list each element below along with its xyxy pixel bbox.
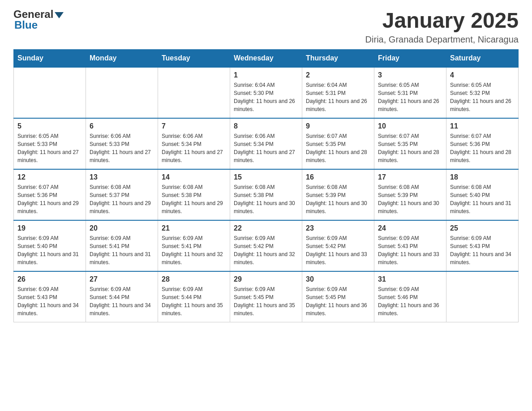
calendar-cell: 28Sunrise: 6:09 AMSunset: 5:44 PMDayligh… bbox=[158, 271, 230, 322]
day-info: Sunrise: 6:05 AMSunset: 5:33 PMDaylight:… bbox=[17, 132, 82, 164]
day-number: 6 bbox=[90, 122, 154, 130]
calendar-cell: 19Sunrise: 6:09 AMSunset: 5:40 PMDayligh… bbox=[14, 220, 86, 271]
calendar-cell: 14Sunrise: 6:08 AMSunset: 5:38 PMDayligh… bbox=[158, 169, 230, 220]
title-area: January 2025 Diria, Granada Department, … bbox=[365, 9, 519, 45]
day-number: 31 bbox=[378, 275, 442, 283]
day-info: Sunrise: 6:05 AMSunset: 5:32 PMDaylight:… bbox=[450, 81, 515, 113]
day-info: Sunrise: 6:09 AMSunset: 5:45 PMDaylight:… bbox=[306, 285, 370, 317]
day-info: Sunrise: 6:07 AMSunset: 5:36 PMDaylight:… bbox=[450, 132, 515, 164]
calendar-week-row: 5Sunrise: 6:05 AMSunset: 5:33 PMDaylight… bbox=[14, 118, 519, 169]
day-number: 2 bbox=[306, 71, 370, 79]
calendar-cell bbox=[86, 67, 158, 118]
day-info: Sunrise: 6:06 AMSunset: 5:34 PMDaylight:… bbox=[162, 132, 226, 164]
day-number: 5 bbox=[17, 122, 82, 130]
calendar-cell: 21Sunrise: 6:09 AMSunset: 5:41 PMDayligh… bbox=[158, 220, 230, 271]
calendar-cell: 6Sunrise: 6:06 AMSunset: 5:33 PMDaylight… bbox=[86, 118, 158, 169]
calendar-header-thursday: Thursday bbox=[302, 49, 374, 67]
day-info: Sunrise: 6:08 AMSunset: 5:39 PMDaylight:… bbox=[378, 183, 442, 215]
calendar-cell: 8Sunrise: 6:06 AMSunset: 5:34 PMDaylight… bbox=[230, 118, 302, 169]
day-number: 22 bbox=[234, 224, 298, 232]
calendar-cell: 3Sunrise: 6:05 AMSunset: 5:31 PMDaylight… bbox=[374, 67, 446, 118]
logo-triangle-icon bbox=[55, 12, 64, 18]
day-info: Sunrise: 6:08 AMSunset: 5:38 PMDaylight:… bbox=[234, 183, 298, 215]
day-info: Sunrise: 6:09 AMSunset: 5:41 PMDaylight:… bbox=[162, 234, 226, 266]
calendar-cell bbox=[158, 67, 230, 118]
day-number: 23 bbox=[306, 224, 370, 232]
calendar-cell bbox=[14, 67, 86, 118]
day-number: 1 bbox=[234, 71, 298, 79]
day-number: 18 bbox=[450, 173, 515, 181]
calendar-cell: 18Sunrise: 6:08 AMSunset: 5:40 PMDayligh… bbox=[446, 169, 519, 220]
day-info: Sunrise: 6:09 AMSunset: 5:43 PMDaylight:… bbox=[378, 234, 442, 266]
day-number: 26 bbox=[17, 275, 82, 283]
calendar-cell: 31Sunrise: 6:09 AMSunset: 5:46 PMDayligh… bbox=[374, 271, 446, 322]
day-info: Sunrise: 6:08 AMSunset: 5:40 PMDaylight:… bbox=[450, 183, 515, 215]
day-number: 20 bbox=[90, 224, 154, 232]
day-info: Sunrise: 6:08 AMSunset: 5:38 PMDaylight:… bbox=[162, 183, 226, 215]
calendar-cell: 9Sunrise: 6:07 AMSunset: 5:35 PMDaylight… bbox=[302, 118, 374, 169]
day-info: Sunrise: 6:09 AMSunset: 5:46 PMDaylight:… bbox=[378, 285, 442, 317]
calendar-cell: 12Sunrise: 6:07 AMSunset: 5:36 PMDayligh… bbox=[14, 169, 86, 220]
calendar-cell: 23Sunrise: 6:09 AMSunset: 5:42 PMDayligh… bbox=[302, 220, 374, 271]
day-number: 30 bbox=[306, 275, 370, 283]
day-number: 3 bbox=[378, 71, 442, 79]
calendar-cell: 2Sunrise: 6:04 AMSunset: 5:31 PMDaylight… bbox=[302, 67, 374, 118]
day-info: Sunrise: 6:04 AMSunset: 5:30 PMDaylight:… bbox=[234, 81, 298, 113]
logo-blue-text: Blue bbox=[14, 19, 38, 31]
calendar-cell: 30Sunrise: 6:09 AMSunset: 5:45 PMDayligh… bbox=[302, 271, 374, 322]
day-number: 9 bbox=[306, 122, 370, 130]
logo: General Blue bbox=[13, 9, 65, 31]
day-number: 19 bbox=[17, 224, 82, 232]
day-info: Sunrise: 6:09 AMSunset: 5:43 PMDaylight:… bbox=[17, 285, 82, 317]
calendar-cell: 4Sunrise: 6:05 AMSunset: 5:32 PMDaylight… bbox=[446, 67, 519, 118]
calendar-cell: 24Sunrise: 6:09 AMSunset: 5:43 PMDayligh… bbox=[374, 220, 446, 271]
calendar-header-tuesday: Tuesday bbox=[158, 49, 230, 67]
logo-general-text: General bbox=[13, 9, 53, 20]
calendar-cell: 15Sunrise: 6:08 AMSunset: 5:38 PMDayligh… bbox=[230, 169, 302, 220]
day-info: Sunrise: 6:09 AMSunset: 5:42 PMDaylight:… bbox=[234, 234, 298, 266]
day-number: 8 bbox=[234, 122, 298, 130]
day-info: Sunrise: 6:09 AMSunset: 5:42 PMDaylight:… bbox=[306, 234, 370, 266]
calendar-week-row: 1Sunrise: 6:04 AMSunset: 5:30 PMDaylight… bbox=[14, 67, 519, 118]
page-header: General Blue January 2025 Diria, Granada… bbox=[13, 9, 519, 45]
day-info: Sunrise: 6:09 AMSunset: 5:45 PMDaylight:… bbox=[234, 285, 298, 317]
day-number: 17 bbox=[378, 173, 442, 181]
calendar-cell: 20Sunrise: 6:09 AMSunset: 5:41 PMDayligh… bbox=[86, 220, 158, 271]
calendar-cell: 25Sunrise: 6:09 AMSunset: 5:43 PMDayligh… bbox=[446, 220, 519, 271]
calendar-cell: 11Sunrise: 6:07 AMSunset: 5:36 PMDayligh… bbox=[446, 118, 519, 169]
calendar-cell: 1Sunrise: 6:04 AMSunset: 5:30 PMDaylight… bbox=[230, 67, 302, 118]
day-info: Sunrise: 6:06 AMSunset: 5:34 PMDaylight:… bbox=[234, 132, 298, 164]
calendar-header-row: SundayMondayTuesdayWednesdayThursdayFrid… bbox=[14, 49, 519, 67]
calendar-header-wednesday: Wednesday bbox=[230, 49, 302, 67]
day-number: 28 bbox=[162, 275, 226, 283]
calendar-week-row: 26Sunrise: 6:09 AMSunset: 5:43 PMDayligh… bbox=[14, 271, 519, 322]
calendar-cell: 13Sunrise: 6:08 AMSunset: 5:37 PMDayligh… bbox=[86, 169, 158, 220]
calendar-cell: 29Sunrise: 6:09 AMSunset: 5:45 PMDayligh… bbox=[230, 271, 302, 322]
month-title: January 2025 bbox=[365, 9, 519, 33]
day-info: Sunrise: 6:09 AMSunset: 5:43 PMDaylight:… bbox=[450, 234, 515, 266]
day-number: 13 bbox=[90, 173, 154, 181]
day-number: 14 bbox=[162, 173, 226, 181]
calendar-cell: 27Sunrise: 6:09 AMSunset: 5:44 PMDayligh… bbox=[86, 271, 158, 322]
day-number: 11 bbox=[450, 122, 515, 130]
day-info: Sunrise: 6:09 AMSunset: 5:40 PMDaylight:… bbox=[17, 234, 82, 266]
day-info: Sunrise: 6:06 AMSunset: 5:33 PMDaylight:… bbox=[90, 132, 154, 164]
calendar-cell: 5Sunrise: 6:05 AMSunset: 5:33 PMDaylight… bbox=[14, 118, 86, 169]
location-text: Diria, Granada Department, Nicaragua bbox=[365, 34, 519, 45]
day-info: Sunrise: 6:07 AMSunset: 5:35 PMDaylight:… bbox=[306, 132, 370, 164]
day-number: 10 bbox=[378, 122, 442, 130]
calendar-cell: 22Sunrise: 6:09 AMSunset: 5:42 PMDayligh… bbox=[230, 220, 302, 271]
day-number: 29 bbox=[234, 275, 298, 283]
calendar-table: SundayMondayTuesdayWednesdayThursdayFrid… bbox=[13, 49, 519, 322]
day-number: 15 bbox=[234, 173, 298, 181]
calendar-week-row: 19Sunrise: 6:09 AMSunset: 5:40 PMDayligh… bbox=[14, 220, 519, 271]
calendar-header-sunday: Sunday bbox=[14, 49, 86, 67]
day-number: 25 bbox=[450, 224, 515, 232]
day-info: Sunrise: 6:09 AMSunset: 5:41 PMDaylight:… bbox=[90, 234, 154, 266]
calendar-cell: 26Sunrise: 6:09 AMSunset: 5:43 PMDayligh… bbox=[14, 271, 86, 322]
day-number: 16 bbox=[306, 173, 370, 181]
day-info: Sunrise: 6:07 AMSunset: 5:36 PMDaylight:… bbox=[17, 183, 82, 215]
day-number: 4 bbox=[450, 71, 515, 79]
calendar-cell: 10Sunrise: 6:07 AMSunset: 5:35 PMDayligh… bbox=[374, 118, 446, 169]
calendar-header-friday: Friday bbox=[374, 49, 446, 67]
